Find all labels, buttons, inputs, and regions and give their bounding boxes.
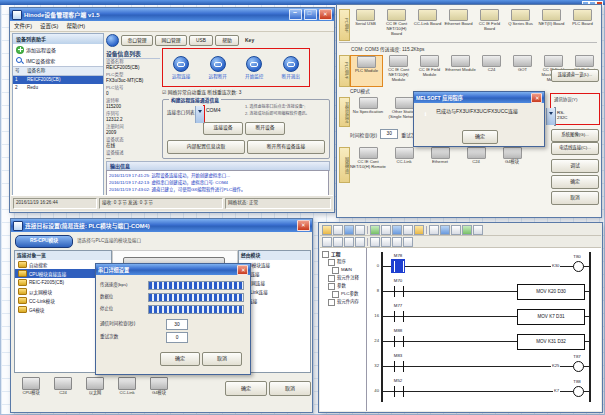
- pc-interface-cell[interactable]: Q Series Bus: [505, 9, 536, 39]
- check-time-input[interactable]: 30: [166, 319, 188, 330]
- device-row[interactable]: 1 REICF2005(CB): [13, 76, 103, 84]
- start-monitor-button[interactable]: 开始监控: [245, 56, 263, 79]
- project-item[interactable]: 程序: [320, 258, 366, 266]
- project-item[interactable]: 软元件注释: [320, 274, 366, 282]
- toolbar-icon[interactable]: [403, 225, 413, 235]
- device-type-cell[interactable]: CPU模块: [17, 377, 45, 403]
- delete-tool-icon[interactable]: [392, 237, 402, 247]
- speed-selector-bar[interactable]: [148, 281, 244, 290]
- contact-symbol[interactable]: [394, 311, 404, 322]
- device-type-cell[interactable]: C24: [49, 377, 77, 403]
- toolbar-icon[interactable]: [370, 225, 380, 235]
- stopbits-selector-bar[interactable]: [148, 305, 244, 314]
- minimize-button[interactable]: [289, 9, 302, 20]
- toolbar-icon[interactable]: [392, 225, 402, 235]
- pc-interface-cell[interactable]: CC IE Field Board: [474, 9, 505, 39]
- ladder-canvas[interactable]: 0 M78 T80 K30 8 M70 MOV K20 D30 16 M77 M…: [367, 248, 601, 411]
- plc-interface-cell[interactable]: Ethernet Module: [445, 55, 476, 85]
- channel-list-button[interactable]: 连接通道一览(L)...: [551, 69, 599, 82]
- device-type-cell[interactable]: G4模块: [145, 377, 173, 403]
- connection-titlebar[interactable]: 连接目标设置(简易连接: PLC模块与端口-COM4): [11, 219, 312, 232]
- plc-interface-cell[interactable]: CC IE Cont NET/10(H) Module: [383, 55, 414, 85]
- remote-disconnect-button[interactable]: 远程断开: [209, 56, 227, 79]
- pc-interface-cell[interactable]: Ethernet Board: [443, 9, 474, 39]
- pc-interface-cell[interactable]: CC-Link Board: [412, 9, 443, 39]
- contact-symbol[interactable]: [394, 336, 404, 347]
- tree-expand-icon[interactable]: [332, 267, 339, 274]
- plc-interface-cell[interactable]: C24: [476, 55, 507, 85]
- dialog-close-button[interactable]: [531, 93, 542, 103]
- dialog-ok-button[interactable]: 确定: [160, 352, 200, 366]
- device-type-cell[interactable]: 以太网: [81, 377, 109, 403]
- network-cell[interactable]: G4模块: [494, 147, 530, 181]
- pc-interface-cell[interactable]: NET(II) Board: [536, 9, 567, 39]
- network-cell[interactable]: CC IE Cont NET/10(H) Remote: [350, 147, 386, 181]
- network-cell[interactable]: Ethernet: [422, 147, 458, 181]
- contact-symbol[interactable]: [394, 261, 404, 272]
- toolbar-icon[interactable]: [414, 225, 424, 235]
- device-type-cell[interactable]: CC-Link: [113, 377, 141, 403]
- menu-help[interactable]: 帮助(H): [62, 22, 89, 30]
- chevron-down-icon[interactable]: [554, 108, 555, 125]
- toolbar-icon[interactable]: [381, 225, 391, 235]
- serial-dialog-titlebar[interactable]: 串口详细设置: [96, 264, 250, 275]
- system-image-button[interactable]: 系统图像(G)...: [551, 129, 599, 142]
- tree-expand-icon[interactable]: [322, 251, 329, 258]
- read-config-button[interactable]: 内部配置信息读取: [167, 140, 245, 154]
- contact-symbol[interactable]: [394, 361, 404, 372]
- toolbar-icon[interactable]: [355, 225, 365, 235]
- remote-connect-button[interactable]: 远程连接: [172, 56, 190, 79]
- help-button[interactable]: 帮助: [215, 35, 239, 46]
- project-item[interactable]: PLC参数: [320, 290, 366, 298]
- dialog-close-button[interactable]: [237, 265, 248, 275]
- cancel-button[interactable]: 取消: [269, 381, 311, 396]
- chevron-down-icon[interactable]: [203, 106, 204, 123]
- auto-reconnect-option[interactable]: ☑ 网络异常自动重连 断线重连次数: 3: [162, 88, 241, 95]
- ok-button[interactable]: 确定: [551, 175, 599, 189]
- menu-settings[interactable]: 设置(S): [36, 22, 62, 30]
- search-device-button[interactable]: IMC设备搜索: [13, 55, 103, 66]
- tree-expand-icon[interactable]: [332, 291, 339, 298]
- add-device-button[interactable]: 添加远程设备: [13, 44, 103, 55]
- station-cell[interactable]: No Specification: [350, 97, 386, 125]
- timeout-input[interactable]: 30: [380, 129, 398, 139]
- dialog-cancel-button[interactable]: 取消: [202, 352, 242, 366]
- serial-manage-button[interactable]: 串口管理: [121, 35, 153, 46]
- net-manage-button[interactable]: 网口管理: [155, 35, 187, 46]
- coil-symbol[interactable]: [573, 386, 584, 397]
- disconnect-exit-button[interactable]: 断开退出: [282, 56, 300, 79]
- coil-tool-icon[interactable]: [344, 237, 354, 247]
- toolbar-icon[interactable]: [429, 225, 439, 235]
- close-all-button[interactable]: 断开所有设备连接: [247, 140, 325, 154]
- close-button[interactable]: [297, 220, 310, 231]
- protocol-combobox[interactable]: RS-232C: [554, 107, 556, 126]
- ok-button[interactable]: 确定: [225, 381, 267, 396]
- tree-expand-icon[interactable]: [328, 259, 335, 266]
- usb-button[interactable]: USB: [189, 35, 213, 46]
- tree-expand-icon[interactable]: [328, 275, 335, 282]
- toolbar-icon[interactable]: [440, 225, 450, 235]
- toolbar-icon[interactable]: [451, 225, 461, 235]
- network-cell[interactable]: CC-Link: [386, 147, 422, 181]
- pc-interface-cell[interactable]: Serial USB: [350, 9, 381, 39]
- monitor-tool-icon[interactable]: [403, 237, 413, 247]
- tree-expand-icon[interactable]: [328, 299, 335, 306]
- instruction-box[interactable]: MOV K31 D32: [517, 334, 585, 350]
- coil-symbol[interactable]: [573, 261, 584, 272]
- menu-file[interactable]: 文件(F): [10, 22, 36, 30]
- contact-symbol[interactable]: [394, 286, 404, 297]
- debug-button[interactable]: 调试: [551, 159, 599, 173]
- vline-tool-icon[interactable]: [381, 237, 391, 247]
- hline-tool-icon[interactable]: [370, 237, 380, 247]
- tel-line-button[interactable]: 电话线连接(C)...: [551, 142, 599, 155]
- contact-closed-tool-icon[interactable]: [333, 237, 343, 247]
- toolbar-icon[interactable]: [473, 225, 483, 235]
- plc-interface-cell[interactable]: CC IE Field Module: [414, 55, 445, 85]
- project-item[interactable]: 软元件内存: [320, 298, 366, 306]
- melsoft-dialog-titlebar[interactable]: MELSOFT 应用程序: [414, 92, 544, 103]
- melsoft-ok-button[interactable]: 确定: [462, 130, 498, 144]
- network-cell[interactable]: C24: [458, 147, 494, 181]
- disconnect-device-button[interactable]: 断开设备: [245, 122, 285, 135]
- cancel-button[interactable]: 取消: [551, 191, 599, 205]
- toolbar-icon[interactable]: [462, 225, 472, 235]
